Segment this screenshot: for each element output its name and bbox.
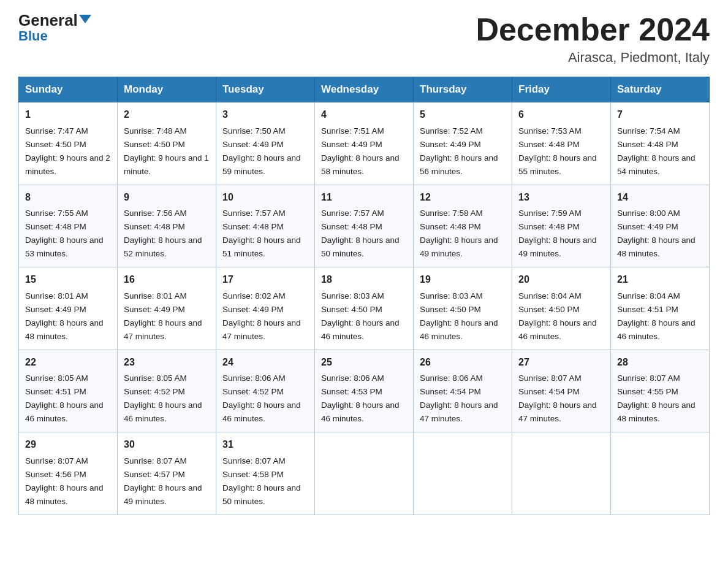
day-number: 22 — [25, 355, 111, 370]
weekday-header-wednesday: Wednesday — [315, 77, 414, 102]
weekday-header-saturday: Saturday — [611, 77, 710, 102]
calendar-cell: 31Sunrise: 8:07 AMSunset: 4:58 PMDayligh… — [216, 432, 315, 515]
day-info: Sunrise: 8:06 AMSunset: 4:53 PMDaylight:… — [321, 373, 400, 423]
calendar-header-row: SundayMondayTuesdayWednesdayThursdayFrid… — [19, 77, 710, 102]
day-info: Sunrise: 7:57 AMSunset: 4:48 PMDaylight:… — [321, 209, 400, 258]
calendar-title: December 2024 — [476, 12, 710, 47]
day-info: Sunrise: 8:02 AMSunset: 4:49 PMDaylight:… — [222, 291, 301, 341]
day-number: 7 — [617, 107, 703, 123]
calendar-cell: 5Sunrise: 7:52 AMSunset: 4:49 PMDaylight… — [414, 102, 512, 185]
logo-triangle-icon — [79, 15, 91, 23]
calendar-cell: 28Sunrise: 8:07 AMSunset: 4:55 PMDayligh… — [611, 350, 710, 432]
day-info: Sunrise: 8:01 AMSunset: 4:49 PMDaylight:… — [124, 291, 202, 341]
day-number: 8 — [25, 190, 111, 205]
day-info: Sunrise: 8:05 AMSunset: 4:52 PMDaylight:… — [124, 373, 202, 423]
day-info: Sunrise: 8:07 AMSunset: 4:55 PMDaylight:… — [617, 373, 696, 423]
calendar-cell: 10Sunrise: 7:57 AMSunset: 4:48 PMDayligh… — [216, 185, 315, 267]
weekday-header-friday: Friday — [512, 77, 611, 102]
calendar-cell: 12Sunrise: 7:58 AMSunset: 4:48 PMDayligh… — [414, 185, 512, 267]
day-number: 5 — [420, 107, 506, 123]
day-info: Sunrise: 7:56 AMSunset: 4:48 PMDaylight:… — [124, 209, 202, 258]
calendar-cell: 19Sunrise: 8:03 AMSunset: 4:50 PMDayligh… — [414, 267, 512, 350]
calendar-cell: 3Sunrise: 7:50 AMSunset: 4:49 PMDaylight… — [216, 102, 315, 185]
day-number: 12 — [420, 190, 506, 205]
calendar-cell: 20Sunrise: 8:04 AMSunset: 4:50 PMDayligh… — [512, 267, 611, 350]
calendar-cell: 1Sunrise: 7:47 AMSunset: 4:50 PMDaylight… — [19, 102, 118, 185]
logo-general: General — [18, 12, 78, 28]
logo-blue: Blue — [18, 28, 48, 44]
day-number: 29 — [25, 437, 111, 453]
day-number: 25 — [321, 355, 407, 370]
day-info: Sunrise: 7:51 AMSunset: 4:49 PMDaylight:… — [321, 126, 400, 176]
calendar-cell: 25Sunrise: 8:06 AMSunset: 4:53 PMDayligh… — [315, 350, 414, 432]
day-info: Sunrise: 8:06 AMSunset: 4:52 PMDaylight:… — [222, 373, 301, 423]
day-info: Sunrise: 7:47 AMSunset: 4:50 PMDaylight:… — [25, 126, 110, 176]
day-info: Sunrise: 7:53 AMSunset: 4:48 PMDaylight:… — [518, 126, 597, 176]
day-number: 18 — [321, 272, 407, 288]
calendar-cell: 16Sunrise: 8:01 AMSunset: 4:49 PMDayligh… — [118, 267, 216, 350]
day-number: 17 — [222, 272, 308, 288]
day-number: 9 — [124, 190, 210, 205]
day-info: Sunrise: 8:00 AMSunset: 4:49 PMDaylight:… — [617, 209, 696, 258]
day-info: Sunrise: 8:06 AMSunset: 4:54 PMDaylight:… — [420, 373, 498, 423]
title-block: December 2024 Airasca, Piedmont, Italy — [476, 12, 710, 66]
calendar-cell: 11Sunrise: 7:57 AMSunset: 4:48 PMDayligh… — [315, 185, 414, 267]
day-number: 14 — [617, 190, 703, 205]
day-info: Sunrise: 7:50 AMSunset: 4:49 PMDaylight:… — [222, 126, 301, 176]
day-number: 26 — [420, 355, 506, 370]
calendar-cell: 30Sunrise: 8:07 AMSunset: 4:57 PMDayligh… — [118, 432, 216, 515]
day-info: Sunrise: 8:04 AMSunset: 4:50 PMDaylight:… — [518, 291, 597, 341]
day-info: Sunrise: 8:04 AMSunset: 4:51 PMDaylight:… — [617, 291, 696, 341]
day-number: 15 — [25, 272, 111, 288]
day-number: 21 — [617, 272, 703, 288]
calendar-table: SundayMondayTuesdayWednesdayThursdayFrid… — [18, 77, 710, 515]
week-row-2: 8Sunrise: 7:55 AMSunset: 4:48 PMDaylight… — [19, 185, 710, 267]
calendar-cell: 27Sunrise: 8:07 AMSunset: 4:54 PMDayligh… — [512, 350, 611, 432]
calendar-cell: 8Sunrise: 7:55 AMSunset: 4:48 PMDaylight… — [19, 185, 118, 267]
calendar-subtitle: Airasca, Piedmont, Italy — [476, 50, 710, 66]
week-row-1: 1Sunrise: 7:47 AMSunset: 4:50 PMDaylight… — [19, 102, 710, 185]
calendar-cell: 15Sunrise: 8:01 AMSunset: 4:49 PMDayligh… — [19, 267, 118, 350]
calendar-cell: 18Sunrise: 8:03 AMSunset: 4:50 PMDayligh… — [315, 267, 414, 350]
day-number: 16 — [124, 272, 210, 288]
day-number: 31 — [222, 437, 308, 453]
calendar-cell — [315, 432, 414, 515]
day-info: Sunrise: 8:03 AMSunset: 4:50 PMDaylight:… — [420, 291, 498, 341]
day-info: Sunrise: 7:48 AMSunset: 4:50 PMDaylight:… — [124, 126, 209, 176]
calendar-cell: 23Sunrise: 8:05 AMSunset: 4:52 PMDayligh… — [118, 350, 216, 432]
day-info: Sunrise: 8:07 AMSunset: 4:57 PMDaylight:… — [124, 456, 202, 506]
calendar-cell: 2Sunrise: 7:48 AMSunset: 4:50 PMDaylight… — [118, 102, 216, 185]
day-number: 27 — [518, 355, 604, 370]
week-row-4: 22Sunrise: 8:05 AMSunset: 4:51 PMDayligh… — [19, 350, 710, 432]
day-info: Sunrise: 8:07 AMSunset: 4:58 PMDaylight:… — [222, 456, 301, 506]
day-number: 4 — [321, 107, 407, 123]
day-info: Sunrise: 8:03 AMSunset: 4:50 PMDaylight:… — [321, 291, 400, 341]
day-number: 1 — [25, 107, 111, 123]
calendar-cell: 26Sunrise: 8:06 AMSunset: 4:54 PMDayligh… — [414, 350, 512, 432]
calendar-cell: 9Sunrise: 7:56 AMSunset: 4:48 PMDaylight… — [118, 185, 216, 267]
day-info: Sunrise: 7:54 AMSunset: 4:48 PMDaylight:… — [617, 126, 696, 176]
weekday-header-monday: Monday — [118, 77, 216, 102]
calendar-cell — [611, 432, 710, 515]
day-number: 20 — [518, 272, 604, 288]
day-number: 28 — [617, 355, 703, 370]
day-info: Sunrise: 7:57 AMSunset: 4:48 PMDaylight:… — [222, 209, 301, 258]
day-number: 2 — [124, 107, 210, 123]
calendar-cell: 17Sunrise: 8:02 AMSunset: 4:49 PMDayligh… — [216, 267, 315, 350]
calendar-cell: 14Sunrise: 8:00 AMSunset: 4:49 PMDayligh… — [611, 185, 710, 267]
calendar-cell — [414, 432, 512, 515]
day-number: 10 — [222, 190, 308, 205]
week-row-3: 15Sunrise: 8:01 AMSunset: 4:49 PMDayligh… — [19, 267, 710, 350]
calendar-cell: 22Sunrise: 8:05 AMSunset: 4:51 PMDayligh… — [19, 350, 118, 432]
day-number: 3 — [222, 107, 308, 123]
weekday-header-thursday: Thursday — [414, 77, 512, 102]
calendar-cell: 13Sunrise: 7:59 AMSunset: 4:48 PMDayligh… — [512, 185, 611, 267]
calendar-cell: 21Sunrise: 8:04 AMSunset: 4:51 PMDayligh… — [611, 267, 710, 350]
day-info: Sunrise: 8:01 AMSunset: 4:49 PMDaylight:… — [25, 291, 104, 341]
day-info: Sunrise: 7:55 AMSunset: 4:48 PMDaylight:… — [25, 209, 104, 258]
day-number: 11 — [321, 190, 407, 205]
weekday-header-tuesday: Tuesday — [216, 77, 315, 102]
day-info: Sunrise: 8:07 AMSunset: 4:54 PMDaylight:… — [518, 373, 597, 423]
day-info: Sunrise: 7:52 AMSunset: 4:49 PMDaylight:… — [420, 126, 498, 176]
week-row-5: 29Sunrise: 8:07 AMSunset: 4:56 PMDayligh… — [19, 432, 710, 515]
